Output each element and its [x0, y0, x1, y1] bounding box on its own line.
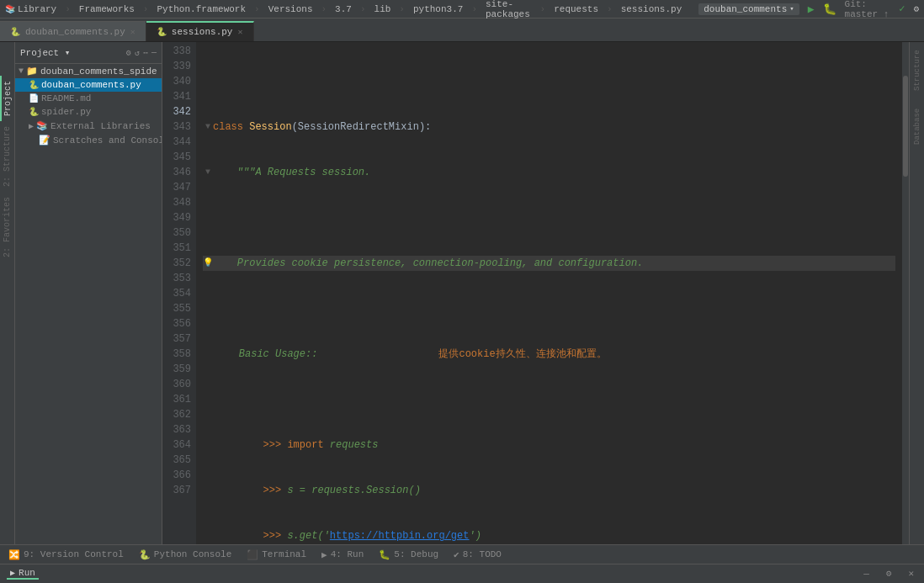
- git-label[interactable]: Git: master ↑: [845, 0, 891, 19]
- nav-sep2: ›: [143, 4, 149, 14]
- project-sidebar: Project ▾ ⚙ ↺ ⋯ — ▼ 📁 douban_comments_sp…: [15, 42, 162, 562]
- nav-sep6: ›: [399, 4, 405, 14]
- nav-frameworks[interactable]: Frameworks: [79, 4, 135, 14]
- code-line-345: [203, 392, 895, 407]
- line-numbers: 338 339 340 341 342 343 344 345 346 347 …: [162, 42, 196, 562]
- nav-library[interactable]: 📚 Library: [5, 4, 56, 14]
- code-line-342: 💡 Provides cookie persistence, connectio…: [203, 256, 895, 271]
- code-line-340: ▼ """A Requests session.: [203, 165, 895, 180]
- code-text[interactable]: ▼ class Session(SessionRedirectMixin): ▼…: [196, 42, 902, 562]
- tab-douban-comments[interactable]: 🐍 douban_comments.py ✕: [0, 21, 146, 41]
- right-gutter: Structure Database: [909, 42, 924, 562]
- fold-col-339[interactable]: ▼: [203, 119, 213, 135]
- tree-label-readme: README.md: [41, 93, 91, 103]
- sidebar-toolbar: Project ▾ ⚙ ↺ ⋯ —: [15, 42, 162, 64]
- tree-label-douban: douban_comments.py: [41, 80, 141, 90]
- library-icon: 📚: [5, 4, 15, 14]
- tree-item-scratches[interactable]: 📝 Scratches and Consoles: [15, 133, 162, 147]
- scratches-icon: 📝: [39, 135, 50, 146]
- run-tab-icon: ▶: [10, 568, 15, 578]
- python-console-icon: 🐍: [139, 549, 151, 560]
- nav-versions[interactable]: Versions: [268, 4, 313, 14]
- ext-lib-icon: 📚: [36, 120, 48, 131]
- chevron-down-icon: ▾: [789, 4, 794, 13]
- close-bottom-btn[interactable]: ✕: [905, 568, 917, 579]
- terminal-tab[interactable]: ⬛ Terminal: [243, 549, 310, 560]
- sync-icon[interactable]: ↺: [135, 48, 140, 58]
- tree-item-douban-comments[interactable]: 🐍 douban_comments.py: [15, 78, 162, 92]
- terminal-icon: ⬛: [247, 549, 258, 560]
- python-file-icon: 🐍: [10, 27, 20, 37]
- nav-requests[interactable]: requests: [554, 4, 598, 14]
- code-editor[interactable]: 338 339 340 341 342 343 344 345 346 347 …: [162, 42, 909, 562]
- run-tab[interactable]: ▶ Run: [7, 568, 39, 580]
- tab-close-douban[interactable]: ✕: [130, 27, 135, 37]
- tree-label-spider: spider.py: [41, 107, 91, 117]
- expand-icon-ext: ▶: [29, 121, 34, 131]
- sidebar-favorites-tab[interactable]: 2: Favorites: [1, 192, 13, 262]
- nav-sep9: ›: [607, 4, 613, 14]
- nav-python-framework[interactable]: Python.framework: [157, 4, 246, 14]
- py-file-icon-douban: 🐍: [29, 80, 39, 90]
- python-file-icon-sessions: 🐍: [157, 27, 167, 37]
- nav-sep8: ›: [540, 4, 546, 14]
- sidebar-project-tab[interactable]: Project: [0, 76, 14, 121]
- structure-panel-btn[interactable]: Structure: [911, 45, 923, 96]
- nav-sep7: ›: [471, 4, 477, 14]
- py-file-icon-spider: 🐍: [29, 107, 39, 117]
- tab-sessions[interactable]: 🐍 sessions.py ✕: [146, 21, 254, 41]
- python-console-tab[interactable]: 🐍 Python Console: [135, 549, 235, 560]
- sidebar-structure-tab[interactable]: 2: Structure: [1, 121, 13, 192]
- settings-icon-sidebar[interactable]: ⚙: [126, 48, 131, 58]
- settings-bottom-btn[interactable]: ⚙: [883, 568, 895, 579]
- todo-tab-8[interactable]: ✔ 8: TODO: [450, 549, 505, 560]
- nav-37[interactable]: 3.7: [335, 4, 352, 14]
- nav-sep3: ›: [254, 4, 260, 14]
- minimize-icon[interactable]: —: [151, 48, 157, 57]
- minimize-bottom-btn[interactable]: —: [860, 569, 873, 579]
- editor-tab-bar: 🐍 douban_comments.py ✕ 🐍 sessions.py ✕: [0, 19, 924, 42]
- code-line-338: [203, 74, 895, 89]
- code-scroll-area: 338 339 340 341 342 343 344 345 346 347 …: [162, 42, 909, 562]
- checkmark-icon: ✓: [899, 3, 905, 15]
- tree-item-spider[interactable]: 🐍 spider.py: [15, 105, 162, 119]
- nav-sessions-py[interactable]: sessions.py: [621, 4, 682, 14]
- code-line-344: Basic Usage:: 提供cookie持久性、连接池和配置。: [203, 347, 895, 362]
- nav-python37[interactable]: python3.7: [413, 4, 463, 14]
- code-line-346: >>> import requests: [203, 437, 895, 453]
- scrollbar-track: [902, 42, 909, 562]
- top-navigation-bar: 📚 Library › Frameworks › Python.framewor…: [0, 0, 924, 19]
- run-button[interactable]: ▶: [808, 3, 815, 16]
- expand-icon-root: ▼: [19, 66, 24, 76]
- cog-icon[interactable]: ⋯: [143, 48, 148, 58]
- nav-sep4: ›: [321, 4, 327, 14]
- tab-close-sessions[interactable]: ✕: [237, 27, 242, 37]
- run-tab-4[interactable]: ▶ 4: Run: [318, 549, 367, 560]
- nav-sep: ›: [65, 4, 71, 14]
- version-control-tab[interactable]: 🔀 9: Version Control: [5, 549, 127, 560]
- settings-icon[interactable]: ⚙: [913, 3, 919, 14]
- run-config-selector[interactable]: douban_comments ▾: [698, 3, 799, 15]
- bulb-342[interactable]: 💡: [203, 256, 213, 271]
- code-line-347: >>> s = requests.Session(): [203, 483, 895, 498]
- tree-root[interactable]: ▼ 📁 douban_comments_spide: [15, 64, 162, 78]
- scrollbar-thumb[interactable]: [903, 76, 908, 177]
- nav-sep5: ›: [360, 4, 366, 14]
- code-line-339: ▼ class Session(SessionRedirectMixin):: [203, 119, 895, 135]
- left-panel-tabs: Project 2: Structure 2: Favorites: [0, 42, 15, 562]
- main-layout: Project 2: Structure 2: Favorites Projec…: [0, 42, 924, 562]
- debug-tab-5[interactable]: 🐛 5: Debug: [375, 549, 442, 560]
- tree-item-external[interactable]: ▶ 📚 External Libraries: [15, 119, 162, 133]
- vcs-icon: 🔀: [8, 549, 20, 560]
- nav-lib[interactable]: lib: [374, 4, 391, 14]
- tree-root-label: douban_comments_spide: [40, 66, 157, 77]
- tree-item-readme[interactable]: 📄 README.md: [15, 92, 162, 105]
- bottom-panel: ▶ Run — ⚙ ✕ ▶ ■ Run: douban_comments ⚙ ✕…: [0, 562, 924, 583]
- nav-site-packages[interactable]: site-packages: [486, 0, 532, 19]
- database-panel-btn[interactable]: Database: [911, 101, 923, 151]
- code-line-341: [203, 210, 895, 225]
- debug-button[interactable]: 🐛: [823, 3, 836, 16]
- sidebar-tree: ▼ 📁 douban_comments_spide 🐍 douban_comme…: [15, 64, 162, 147]
- fold-col-340[interactable]: ▼: [203, 165, 213, 180]
- bottom-panel-tabs: 🔀 9: Version Control 🐍 Python Console ⬛ …: [0, 544, 924, 564]
